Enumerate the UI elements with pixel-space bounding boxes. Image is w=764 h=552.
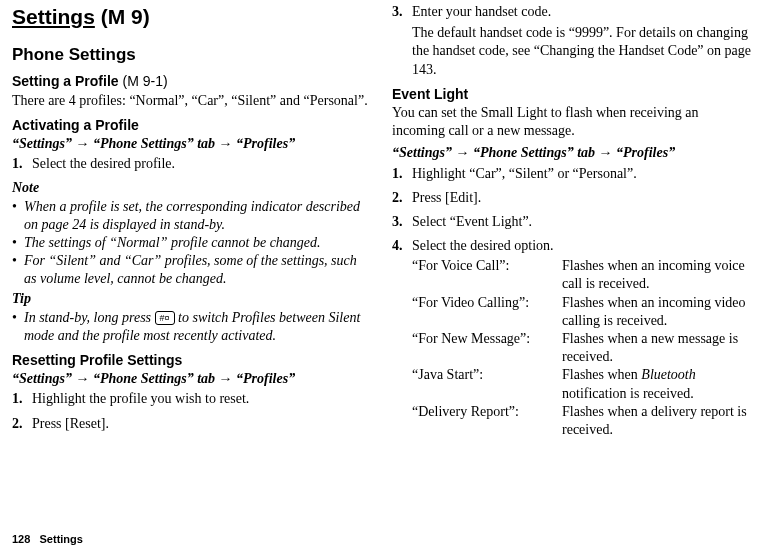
bullet-dot: • bbox=[12, 309, 24, 345]
note-bullet: • For “Silent” and “Car” profiles, some … bbox=[12, 252, 372, 288]
note-text: When a profile is set, the corresponding… bbox=[24, 198, 372, 234]
step-item: 4. Select the desired option. bbox=[392, 237, 752, 255]
option-term: “Java Start”: bbox=[412, 366, 562, 402]
step-text: Enter your handset code. The default han… bbox=[412, 3, 752, 79]
option-row: “For Voice Call”: Flashes when an incomi… bbox=[412, 257, 752, 293]
section-phone-settings: Phone Settings bbox=[12, 44, 372, 66]
tip-text: In stand-by, long press #¤ to switch Pro… bbox=[24, 309, 372, 345]
step-text: Highlight the profile you wish to reset. bbox=[32, 390, 372, 408]
step-main: Enter your handset code. bbox=[412, 4, 551, 19]
arrow-icon: → bbox=[219, 136, 233, 151]
option-desc-italic: Bluetooth bbox=[641, 367, 695, 382]
arrow-icon: → bbox=[599, 145, 613, 160]
step-text: Press [Reset]. bbox=[32, 415, 372, 433]
subsection-setting-profile: Setting a Profile (M 9-1) bbox=[12, 72, 372, 90]
note-text: The settings of “Normal” profile cannot … bbox=[24, 234, 372, 252]
step-text: Press [Edit]. bbox=[412, 189, 752, 207]
option-desc: Flashes when Bluetooth notification is r… bbox=[562, 366, 752, 402]
subsection-setting-profile-code: (M 9-1) bbox=[119, 73, 168, 89]
subsection-setting-profile-label: Setting a Profile bbox=[12, 73, 119, 89]
step-number: 1. bbox=[12, 155, 32, 173]
option-term: “For Voice Call”: bbox=[412, 257, 562, 293]
arrow-icon: → bbox=[75, 136, 89, 151]
option-row: “Java Start”: Flashes when Bluetooth not… bbox=[412, 366, 752, 402]
nav-seg: “Phone Settings” tab bbox=[89, 371, 218, 386]
note-text: For “Silent” and “Car” profiles, some of… bbox=[24, 252, 372, 288]
step-item: 3. Enter your handset code. The default … bbox=[392, 3, 752, 79]
page-title: Settings (M 9) bbox=[12, 3, 372, 30]
bullet-dot: • bbox=[12, 198, 24, 234]
option-desc: Flashes when a new message is received. bbox=[562, 330, 752, 366]
option-term: “For New Message”: bbox=[412, 330, 562, 366]
step-item: 1. Highlight the profile you wish to res… bbox=[12, 390, 372, 408]
option-desc: Flashes when an incoming voice call is r… bbox=[562, 257, 752, 293]
option-row: “For New Message”: Flashes when a new me… bbox=[412, 330, 752, 366]
step-text: Select the desired option. bbox=[412, 237, 752, 255]
step-number: 1. bbox=[392, 165, 412, 183]
title-text: Settings bbox=[12, 5, 95, 28]
hash-key-icon: #¤ bbox=[155, 311, 175, 325]
option-term: “For Video Calling”: bbox=[412, 294, 562, 330]
subsection-resetting-profile: Resetting Profile Settings bbox=[12, 351, 372, 369]
step-text: Highlight “Car”, “Silent” or “Personal”. bbox=[412, 165, 752, 183]
page-footer: 128 Settings bbox=[12, 532, 83, 546]
option-desc: Flashes when a delivery report is receiv… bbox=[562, 403, 752, 439]
title-code: (M 9) bbox=[95, 5, 150, 28]
step-item: 2. Press [Reset]. bbox=[12, 415, 372, 433]
option-desc-b: notification is received. bbox=[562, 386, 694, 401]
step-subtext: The default handset code is “9999”. For … bbox=[412, 24, 752, 79]
footer-section: Settings bbox=[40, 533, 83, 545]
arrow-icon: → bbox=[455, 145, 469, 160]
step-text: Select “Event Light”. bbox=[412, 213, 752, 231]
note-bullet: • The settings of “Normal” profile canno… bbox=[12, 234, 372, 252]
nav-seg: “Settings” bbox=[12, 371, 75, 386]
nav-seg: “Profiles” bbox=[613, 145, 676, 160]
note-heading: Note bbox=[12, 179, 372, 197]
nav-seg: “Profiles” bbox=[233, 371, 296, 386]
option-row: “For Video Calling”: Flashes when an inc… bbox=[412, 294, 752, 330]
step-item: 1. Select the desired profile. bbox=[12, 155, 372, 173]
nav-path-resetting: “Settings” → “Phone Settings” tab → “Pro… bbox=[12, 370, 372, 388]
event-options-list: “For Voice Call”: Flashes when an incomi… bbox=[412, 257, 752, 439]
arrow-icon: → bbox=[75, 371, 89, 386]
nav-path-event: “Settings” → “Phone Settings” tab → “Pro… bbox=[392, 144, 752, 162]
step-item: 1. Highlight “Car”, “Silent” or “Persona… bbox=[392, 165, 752, 183]
option-term: “Delivery Report”: bbox=[412, 403, 562, 439]
subsection-event-light: Event Light bbox=[392, 85, 752, 103]
note-bullet: • When a profile is set, the correspondi… bbox=[12, 198, 372, 234]
step-number: 2. bbox=[12, 415, 32, 433]
event-intro: You can set the Small Light to flash whe… bbox=[392, 104, 752, 140]
nav-seg: “Settings” bbox=[392, 145, 455, 160]
step-number: 2. bbox=[392, 189, 412, 207]
step-text: Select the desired profile. bbox=[32, 155, 372, 173]
profiles-intro: There are 4 profiles: “Normal”, “Car”, “… bbox=[12, 92, 372, 110]
tip-bullet: • In stand-by, long press #¤ to switch P… bbox=[12, 309, 372, 345]
subsection-activating-profile: Activating a Profile bbox=[12, 116, 372, 134]
nav-path-activating: “Settings” → “Phone Settings” tab → “Pro… bbox=[12, 135, 372, 153]
step-number: 4. bbox=[392, 237, 412, 255]
tip-heading: Tip bbox=[12, 290, 372, 308]
step-number: 3. bbox=[392, 3, 412, 79]
step-number: 1. bbox=[12, 390, 32, 408]
page-number: 128 bbox=[12, 533, 30, 545]
nav-seg: “Profiles” bbox=[233, 136, 296, 151]
option-row: “Delivery Report”: Flashes when a delive… bbox=[412, 403, 752, 439]
step-item: 3. Select “Event Light”. bbox=[392, 213, 752, 231]
option-desc-a: Flashes when bbox=[562, 367, 641, 382]
bullet-dot: • bbox=[12, 234, 24, 252]
tip-text-a: In stand-by, long press bbox=[24, 310, 155, 325]
option-desc: Flashes when an incoming video calling i… bbox=[562, 294, 752, 330]
step-item: 2. Press [Edit]. bbox=[392, 189, 752, 207]
step-number: 3. bbox=[392, 213, 412, 231]
nav-seg: “Settings” bbox=[12, 136, 75, 151]
nav-seg: “Phone Settings” tab bbox=[469, 145, 598, 160]
nav-seg: “Phone Settings” tab bbox=[89, 136, 218, 151]
arrow-icon: → bbox=[219, 371, 233, 386]
bullet-dot: • bbox=[12, 252, 24, 288]
